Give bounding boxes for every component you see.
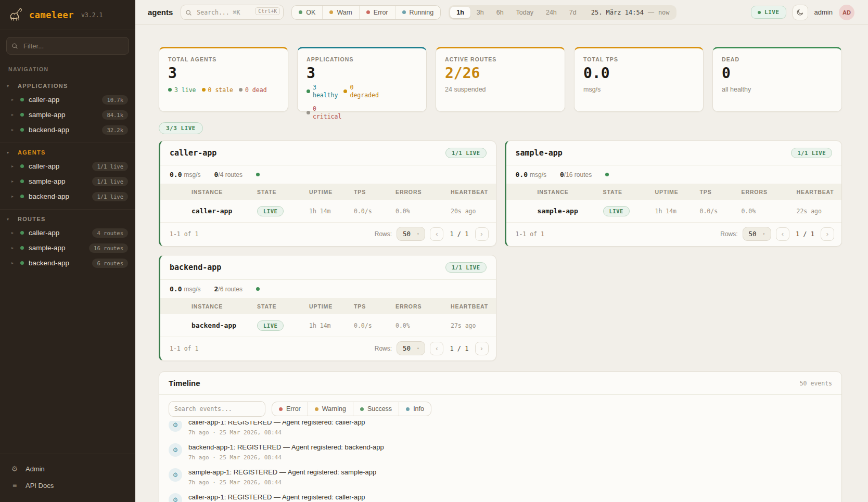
- prev-page-button[interactable]: ‹: [430, 227, 443, 241]
- filter-running-button[interactable]: Running: [395, 6, 441, 19]
- sidebar-item-routes-sample-app[interactable]: ▸ sample-app 16 routes: [0, 240, 135, 255]
- sidebar-item-applications-sample-app[interactable]: ▸ sample-app 84.1k: [0, 107, 135, 122]
- sidebar-item-api-docs[interactable]: ≡ API Docs: [0, 477, 135, 494]
- item-label: backend-app: [29, 192, 69, 200]
- filter-ok-button[interactable]: OK: [292, 6, 322, 19]
- chevron-down-icon: ▾: [417, 232, 419, 236]
- time-range-today[interactable]: Today: [510, 7, 540, 18]
- time-range-7d[interactable]: 7d: [563, 7, 583, 18]
- item-label: caller-app: [29, 96, 59, 104]
- health-dot: [256, 287, 260, 291]
- timeline-search-input[interactable]: [169, 401, 265, 417]
- time-range-24h[interactable]: 24h: [540, 7, 563, 18]
- timeline-filter-success[interactable]: Success: [353, 402, 399, 416]
- topbar-right: LIVE admin AD: [751, 5, 854, 20]
- app-stats: 0.0msg/s 0/16 routes: [506, 165, 842, 184]
- section-header-routes[interactable]: ▾ ROUTES: [0, 213, 135, 225]
- app-name: sample-app: [516, 148, 563, 158]
- rows-per-page-select[interactable]: 50▾: [743, 227, 771, 241]
- table-row[interactable]: caller-app LIVE 1h 14m 0.0/s 0.0% 20s ag…: [160, 200, 496, 223]
- sidebar-item-agents-sample-app[interactable]: ▸ sample-app 1/1 live: [0, 174, 135, 189]
- sidebar-filter-input[interactable]: [6, 37, 129, 55]
- app-stats: 0.0msg/s 2/6 routes: [160, 280, 496, 298]
- sidebar-item-routes-backend-app[interactable]: ▸ backend-app 6 routes: [0, 255, 135, 271]
- sidebar-item-agents-caller-app[interactable]: ▸ caller-app 1/1 live: [0, 159, 135, 174]
- sidebar-item-admin[interactable]: ⚙ Admin: [0, 460, 135, 477]
- stat-value: 0.0: [583, 66, 694, 82]
- time-range-3h[interactable]: 3h: [470, 7, 490, 18]
- meta-stale: 0 stale: [202, 86, 233, 94]
- chevron-down-icon: ▾: [7, 84, 9, 88]
- gear-icon: ⚙: [169, 493, 182, 502]
- section-routes: ▾ ROUTES ▸ caller-app 4 routes ▸ sample-…: [0, 210, 135, 276]
- rows-label: Rows:: [375, 345, 392, 352]
- event-title: caller-app-1: REGISTERED — Agent registe…: [188, 493, 365, 502]
- state-badge: LIVE: [257, 206, 284, 216]
- filter-warn-button[interactable]: Warn: [322, 6, 359, 19]
- next-page-button[interactable]: ›: [475, 342, 489, 355]
- item-label: backend-app: [29, 126, 69, 134]
- rows-per-page-select[interactable]: 50▾: [397, 341, 425, 355]
- item-badge: 1/1 live: [92, 177, 128, 186]
- content: TOTAL AGENTS 3 3 live 0 stale 0 dead APP…: [135, 25, 868, 502]
- meta-dead: 0 dead: [239, 86, 267, 94]
- event-meta: 7h ago · 25 Mar 2026, 08:44: [188, 479, 376, 486]
- table-row[interactable]: sample-app LIVE 1h 14m 0.0/s 0.0% 22s ag…: [506, 200, 842, 223]
- timeline-toolbar: Error Warning Success Info: [159, 395, 841, 421]
- chevron-right-icon: ▸: [11, 230, 17, 235]
- meta-degraded: 0degraded: [343, 84, 378, 99]
- stat-sub: 24 suspended: [445, 86, 556, 93]
- sidebar-item-applications-caller-app[interactable]: ▸ caller-app 10.7k: [0, 92, 135, 107]
- menu-icon: ≡: [10, 481, 19, 490]
- status-dot: [20, 164, 24, 168]
- app-name: backend-app: [170, 263, 221, 272]
- table-footer: 1-1 of 1 Rows: 50▾ ‹ 1 / 1 ›: [160, 223, 496, 246]
- sidebar-item-routes-caller-app[interactable]: ▸ caller-app 4 routes: [0, 225, 135, 240]
- status-dot: [20, 179, 24, 183]
- state-badge: LIVE: [603, 206, 630, 216]
- chevron-right-icon: ▸: [11, 194, 17, 199]
- table-row[interactable]: backend-app LIVE 1h 14m 0.0/s 0.0% 27s a…: [160, 314, 496, 337]
- filter-error-button[interactable]: Error: [359, 6, 395, 19]
- row-range: 1-1 of 1: [170, 345, 198, 352]
- timeline-events[interactable]: ⚙ caller-app-1: REGISTERED — Agent regis…: [159, 421, 841, 502]
- brand-version: v3.2.1: [81, 11, 103, 19]
- timeline-filter-error[interactable]: Error: [272, 402, 308, 416]
- stat-value: 3: [307, 66, 417, 82]
- item-badge: 1/1 live: [92, 192, 128, 201]
- global-search: Ctrl+K: [181, 5, 284, 20]
- search-icon: [11, 42, 18, 52]
- admin-label: Admin: [25, 465, 45, 473]
- live-label: LIVE: [764, 9, 780, 16]
- timeline-filter-warning[interactable]: Warning: [308, 402, 353, 416]
- next-page-button[interactable]: ›: [475, 227, 489, 241]
- rows-per-page-select[interactable]: 50▾: [397, 227, 425, 241]
- time-range-6h[interactable]: 6h: [490, 7, 510, 18]
- avatar[interactable]: AD: [839, 5, 854, 20]
- meta-healthy: 3healthy: [307, 84, 338, 99]
- filter-label: Info: [413, 405, 424, 413]
- sidebar: cameleer v3.2.1 NAVIGATION ▾ APPLICATION…: [0, 0, 135, 502]
- prev-page-button[interactable]: ‹: [430, 342, 443, 355]
- timeline-event: ⚙ caller-app-1: REGISTERED — Agent regis…: [159, 490, 841, 502]
- main-area: agents Ctrl+K OK Warn Error Runn: [135, 0, 868, 502]
- time-range-group: 1h 3h 6h Today 24h 7d 25. März 14:54 — n…: [449, 5, 676, 20]
- status-dot: [20, 98, 24, 101]
- section-header-agents[interactable]: ▾ AGENTS: [0, 146, 135, 159]
- rows-label: Rows:: [375, 230, 392, 238]
- sidebar-item-agents-backend-app[interactable]: ▸ backend-app 1/1 live: [0, 189, 135, 204]
- dark-mode-toggle[interactable]: [793, 5, 808, 20]
- sidebar-item-applications-backend-app[interactable]: ▸ backend-app 32.2k: [0, 122, 135, 137]
- time-range-1h[interactable]: 1h: [450, 7, 470, 18]
- meta-live: 3 live: [168, 86, 196, 94]
- section-applications: ▾ APPLICATIONS ▸ caller-app 10.7k ▸ samp…: [0, 76, 135, 143]
- timeline-filter-info[interactable]: Info: [399, 402, 431, 416]
- item-label: backend-app: [29, 259, 69, 267]
- chevron-down-icon: ▾: [7, 150, 9, 155]
- prev-page-button[interactable]: ‹: [776, 227, 789, 241]
- timeline-event: ⚙ caller-app-1: REGISTERED — Agent regis…: [159, 421, 841, 440]
- section-header-applications[interactable]: ▾ APPLICATIONS: [0, 80, 135, 92]
- live-summary-badge: 3/3 LIVE: [159, 122, 203, 134]
- next-page-button[interactable]: ›: [821, 227, 834, 241]
- error-dot: [279, 407, 283, 411]
